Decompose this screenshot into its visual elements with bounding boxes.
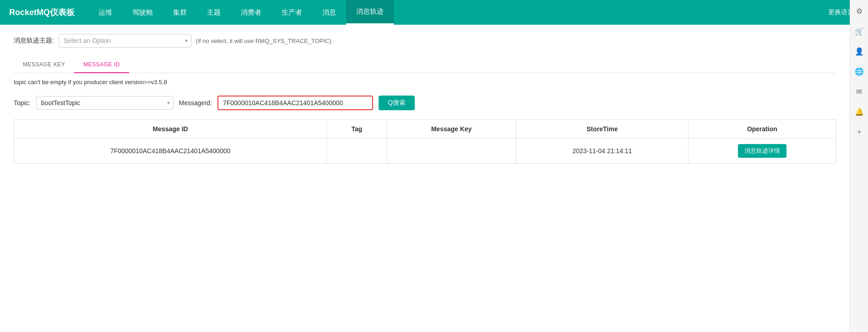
search-row: Topic: bootTestTopic ▾ MessageId: Q搜索	[14, 96, 836, 110]
search-topic-select[interactable]: bootTestTopic	[36, 96, 174, 110]
cell-store-time: 2023-11-04 21:14:11	[516, 139, 689, 164]
nav-item-shengchan[interactable]: 生产者	[271, 0, 312, 25]
nav-item-xiaox[interactable]: 消息	[312, 0, 346, 25]
col-store-time: StoreTime	[516, 120, 689, 139]
sidebar-icon-3[interactable]: 👤	[853, 45, 866, 58]
nav-item-jiashicang[interactable]: 驾驶舱	[122, 0, 163, 25]
tabs: MESSAGE KEY MESSAGE ID	[14, 57, 836, 73]
nav-item-zhuti[interactable]: 主题	[197, 0, 231, 25]
table-header-row: Message ID Tag Message Key StoreTime Ope…	[14, 120, 836, 139]
cell-operation: 消息轨迹详情	[689, 139, 836, 164]
right-sidebar: ⚙ 🛒 👤 🌐 ✉ 🔔 ＋	[850, 0, 868, 332]
search-topic-select-wrapper: bootTestTopic ▾	[36, 96, 174, 110]
nav-item-yunwei[interactable]: 运维	[88, 0, 122, 25]
sidebar-icon-add[interactable]: ＋	[853, 125, 866, 138]
topic-hint: (if no select, it will use RMQ_SYS_TRACE…	[196, 37, 331, 44]
tab-message-key[interactable]: MESSAGE KEY	[14, 57, 74, 73]
cell-message-id: 7F0000010AC418B4AAC21401A5400000	[14, 139, 327, 164]
sidebar-icon-4[interactable]: 🌐	[853, 65, 866, 78]
detail-button[interactable]: 消息轨迹详情	[738, 144, 787, 158]
data-table: Message ID Tag Message Key StoreTime Ope…	[14, 119, 836, 164]
topic-selector-row: 消息轨迹主题: Select an Option ▾ (if no select…	[14, 34, 836, 48]
col-tag: Tag	[327, 120, 387, 139]
tab-message-id[interactable]: MESSAGE ID	[74, 57, 129, 73]
main-content: 消息轨迹主题: Select an Option ▾ (if no select…	[0, 25, 850, 173]
col-message-id: Message ID	[14, 120, 327, 139]
topic-select-wrapper: Select an Option ▾	[59, 34, 191, 48]
nav-item-trace[interactable]: 消息轨迹	[346, 0, 394, 25]
sidebar-icon-5[interactable]: ✉	[853, 85, 866, 98]
sidebar-icon-2[interactable]: 🛒	[853, 25, 866, 37]
col-operation: Operation	[689, 120, 836, 139]
col-message-key: Message Key	[387, 120, 516, 139]
error-message: topic can't be empty if you producer cli…	[14, 78, 836, 86]
search-topic-label: Topic:	[14, 99, 31, 107]
search-button[interactable]: Q搜索	[379, 96, 415, 110]
msgid-label: MessageId:	[179, 99, 212, 107]
cell-tag	[327, 139, 387, 164]
brand[interactable]: RocketMQ仪表板	[9, 7, 75, 18]
topic-select[interactable]: Select an Option	[59, 34, 191, 48]
sidebar-icon-1[interactable]: ⚙	[853, 5, 866, 17]
nav-menu: 运维 驾驶舱 集群 主题 消费者 生产者 消息 消息轨迹	[88, 0, 828, 25]
table-row: 7F0000010AC418B4AAC21401A5400000 2023-11…	[14, 139, 836, 164]
topic-selector-label: 消息轨迹主题:	[14, 37, 54, 45]
nav-item-xiaofei[interactable]: 消费者	[231, 0, 271, 25]
sidebar-icon-6[interactable]: 🔔	[853, 105, 866, 118]
nav-item-jiqun[interactable]: 集群	[163, 0, 197, 25]
cell-message-key	[387, 139, 516, 164]
navbar: RocketMQ仪表板 运维 驾驶舱 集群 主题 消费者 生产者 消息 消息轨迹…	[0, 0, 868, 25]
msgid-input[interactable]	[217, 96, 373, 110]
